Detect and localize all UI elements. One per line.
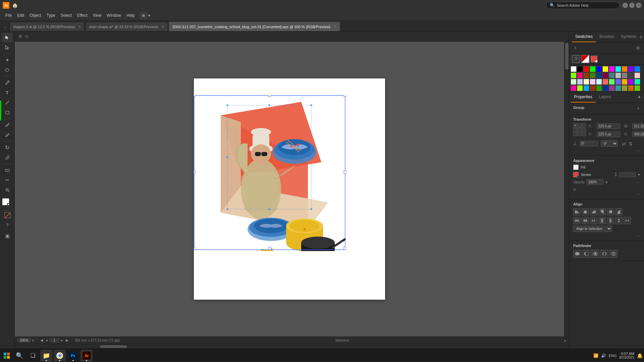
swatch-item[interactable]	[583, 79, 589, 85]
maximize-button[interactable]: □	[629, 3, 635, 8]
search-taskbar-btn[interactable]: 🔍	[13, 350, 25, 362]
scissors-tool[interactable]: ✂	[2, 175, 13, 185]
swatch-item[interactable]	[634, 66, 640, 72]
taskbar-network-icon[interactable]: 📶	[593, 353, 598, 358]
eraser-tool[interactable]	[2, 165, 13, 175]
swatch-item[interactable]	[628, 79, 634, 85]
swatch-item[interactable]	[615, 66, 621, 72]
opacity-more[interactable]: ▾	[605, 180, 607, 185]
vertical-scrollbar[interactable]	[564, 42, 569, 337]
lasso-tool[interactable]	[2, 65, 13, 75]
menu-select[interactable]: Select	[58, 12, 74, 19]
pf-minus-front-btn[interactable]	[582, 250, 590, 258]
artboard[interactable]	[194, 78, 385, 300]
tab-properties[interactable]: Properties	[571, 92, 596, 103]
swatch-item[interactable]	[628, 85, 634, 91]
photoshop-taskbar-btn[interactable]: Ps	[67, 350, 79, 362]
swatch-item[interactable]	[577, 66, 583, 72]
align-right-btn[interactable]	[590, 208, 597, 216]
task-view-btn[interactable]: ❑	[27, 350, 39, 362]
ref-bl[interactable]	[573, 132, 577, 136]
search-input[interactable]	[557, 3, 614, 7]
menu-file[interactable]: File	[3, 12, 14, 19]
ref-tc[interactable]	[578, 123, 582, 127]
swatch-item[interactable]	[622, 79, 628, 85]
tab-swatches[interactable]: Swatches	[572, 32, 596, 42]
close-button[interactable]: ✕	[636, 3, 641, 8]
swatch-item[interactable]	[602, 85, 608, 91]
align-to-dropdown[interactable]: Align to Selection Align to Artboard Ali…	[573, 226, 612, 232]
align-center-v-btn[interactable]	[607, 208, 614, 216]
swatch-item[interactable]	[628, 72, 634, 78]
flip-h-btn[interactable]: ⇄	[622, 141, 626, 146]
tab-symbols[interactable]: Symbols	[618, 32, 640, 42]
swatch-item[interactable]	[571, 79, 577, 85]
scrollbar-thumb[interactable]	[565, 43, 569, 70]
distribute-space-h-btn[interactable]	[624, 217, 631, 224]
nav-next[interactable]: ▸	[60, 338, 64, 343]
group-collapse[interactable]: ▲	[637, 106, 640, 110]
x-input[interactable]	[597, 123, 620, 129]
tab-cooking[interactable]: 2004.i121.037_isometric_cooking_school_b…	[169, 22, 340, 31]
menu-object[interactable]: Object	[27, 12, 44, 19]
stroke-more[interactable]: ▾	[638, 172, 640, 177]
selection-tool[interactable]	[2, 33, 13, 42]
magic-wand-tool[interactable]: ✦	[2, 55, 13, 65]
swatch-item[interactable]	[590, 72, 596, 78]
align-left-btn[interactable]	[573, 208, 581, 216]
illustrator-taskbar-btn[interactable]: Ai	[80, 350, 93, 362]
nav-last[interactable]: ▶	[65, 338, 69, 343]
fill-swatch[interactable]: ?	[573, 165, 579, 170]
swatch-none[interactable]: ?	[572, 55, 580, 63]
swatch-item[interactable]	[590, 85, 596, 91]
fill-stroke-indicator[interactable]	[2, 198, 12, 208]
swatch-item[interactable]	[583, 85, 589, 91]
align-center-h-btn[interactable]	[582, 208, 589, 216]
question-tool[interactable]: ?	[2, 220, 13, 230]
tab-shapes3[interactable]: shapes 3.ai @ 12.5 % (RGB/Preview) ✕	[9, 22, 85, 31]
distribute-right-btn[interactable]	[590, 217, 597, 224]
swatch-item[interactable]	[634, 85, 640, 91]
nav-prev[interactable]: ◂	[45, 338, 49, 343]
paintbrush-tool[interactable]	[2, 120, 13, 130]
tab-close-shapes3[interactable]: ✕	[78, 25, 81, 28]
ref-tl[interactable]	[573, 123, 577, 127]
swatch-red[interactable]	[591, 56, 597, 62]
tab-brushes[interactable]: Brushes	[596, 32, 618, 42]
panel-collapse-icon[interactable]: ▲	[636, 92, 643, 103]
swatch-item[interactable]	[577, 79, 583, 85]
grid-view-btn[interactable]: ⊞	[635, 45, 641, 51]
pen-tool[interactable]	[2, 78, 13, 87]
swatch-registration[interactable]	[581, 55, 589, 63]
ref-ml[interactable]	[573, 128, 577, 132]
swatch-item[interactable]	[622, 72, 628, 78]
zoom-control[interactable]: ▾	[17, 338, 34, 343]
swatch-item[interactable]	[615, 85, 621, 91]
distribute-top-btn[interactable]	[598, 217, 606, 224]
swatch-item[interactable]	[583, 66, 589, 72]
appearance-more-btn2[interactable]: ···	[637, 192, 640, 196]
nav-first[interactable]: ◀	[39, 338, 44, 343]
distribute-center-h-btn[interactable]	[582, 217, 589, 224]
ref-mr[interactable]	[582, 128, 586, 132]
zoom-input[interactable]	[17, 338, 31, 343]
align-more-btn[interactable]: ···	[637, 233, 640, 238]
zoom-dropdown[interactable]: ▾	[32, 339, 34, 342]
swatch-item[interactable]	[615, 72, 621, 78]
system-clock[interactable]: 9:07 AM 8/23/2021	[620, 352, 635, 359]
pf-unite-btn[interactable]	[573, 250, 581, 258]
swatch-item[interactable]	[571, 85, 577, 91]
swatch-item[interactable]	[622, 85, 628, 91]
swatch-item[interactable]	[634, 79, 640, 85]
swatch-item[interactable]	[596, 72, 602, 78]
menu-help[interactable]: Help	[124, 12, 138, 19]
distribute-center-v-btn[interactable]	[607, 217, 614, 224]
menu-view[interactable]: View	[90, 12, 104, 19]
swatch-item[interactable]	[577, 72, 583, 78]
file-explorer-btn[interactable]: 📁	[40, 350, 52, 362]
swatch-item[interactable]	[634, 72, 640, 78]
transform-more-btn[interactable]: ···	[637, 148, 640, 153]
swatch-item[interactable]	[602, 66, 608, 72]
menu-window[interactable]: Window	[104, 12, 124, 19]
swatch-item[interactable]	[609, 79, 615, 85]
